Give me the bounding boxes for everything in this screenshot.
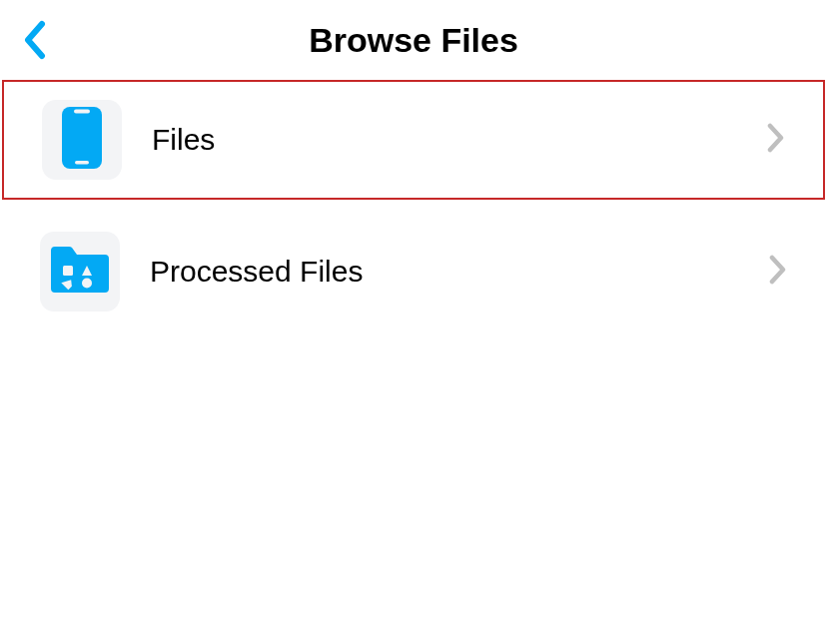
- svg-rect-0: [62, 107, 102, 169]
- page-title: Browse Files: [309, 21, 518, 60]
- icon-container: [40, 232, 120, 312]
- icon-container: [42, 100, 122, 180]
- chevron-right-icon: [769, 255, 787, 289]
- folder-shapes-icon: [49, 245, 111, 299]
- chevron-left-icon: [22, 20, 46, 60]
- svg-rect-3: [63, 266, 73, 276]
- list-item-label: Processed Files: [150, 255, 769, 289]
- svg-point-6: [82, 279, 92, 289]
- chevron-right-icon: [767, 123, 785, 157]
- file-list: Files Processed Files: [0, 80, 827, 331]
- svg-rect-2: [75, 161, 89, 165]
- spacer: [0, 200, 827, 212]
- list-item-processed-files[interactable]: Processed Files: [0, 212, 827, 331]
- header: Browse Files: [0, 0, 827, 80]
- back-button[interactable]: [22, 20, 46, 60]
- phone-icon: [62, 107, 102, 173]
- list-item-files[interactable]: Files: [2, 80, 825, 200]
- list-item-label: Files: [152, 123, 767, 157]
- svg-rect-1: [74, 110, 90, 114]
